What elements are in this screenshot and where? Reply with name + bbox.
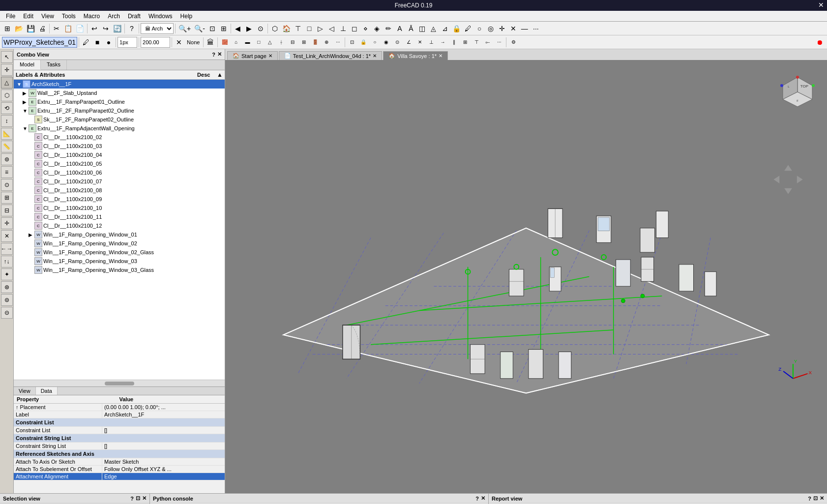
- tb-arch-more[interactable]: ···: [332, 37, 343, 48]
- tb-snap-mid[interactable]: ◉: [381, 37, 391, 48]
- prop-row-selected[interactable]: Attachment Alignment Edge: [14, 473, 225, 480]
- lt-select[interactable]: ↖: [1, 51, 13, 63]
- doc-tab-villa[interactable]: 🏠 Villa Savoye : 1* ✕: [383, 51, 448, 60]
- tb-x[interactable]: ✕: [508, 23, 519, 34]
- tb-arch-wn[interactable]: ⊞: [298, 37, 309, 48]
- menu-file[interactable]: File: [2, 12, 19, 21]
- tb-refresh[interactable]: 🔄: [112, 23, 123, 34]
- tb-paste[interactable]: 📄: [74, 23, 86, 34]
- tb-ae[interactable]: ⊿: [440, 23, 450, 34]
- viewport[interactable]: 🏠 Start page ✕ 📄 Test_Link_ArchWindow_04…: [225, 49, 827, 493]
- tb-pen2[interactable]: 🖊: [81, 37, 91, 48]
- menu-macro[interactable]: Macro: [80, 12, 104, 21]
- tb-save[interactable]: 💾: [25, 23, 36, 34]
- tb-rect[interactable]: ■: [92, 37, 103, 48]
- test-tab-close[interactable]: ✕: [373, 53, 377, 59]
- tree-item[interactable]: CCl__Dr__1100x2100_12: [14, 221, 225, 230]
- tb-snap-prp[interactable]: ⊥: [426, 37, 437, 48]
- tree-item[interactable]: CCl__Dr__1100x2100_06: [14, 168, 225, 177]
- tb-tool-more[interactable]: ⚙: [508, 37, 519, 48]
- lt-ud[interactable]: ↑↓: [1, 256, 13, 267]
- lt-star[interactable]: ✦: [1, 268, 13, 280]
- lt-circ[interactable]: ⊚: [1, 153, 13, 165]
- menu-tools[interactable]: Tools: [58, 12, 80, 21]
- tb-undo[interactable]: ↩: [89, 23, 100, 34]
- tb-view-right[interactable]: ▷: [315, 23, 326, 34]
- tb-arch-st[interactable]: ⟊: [276, 37, 287, 48]
- selection-min-icon[interactable]: ⊡: [136, 495, 140, 502]
- tb-copy[interactable]: 📋: [62, 23, 74, 34]
- workbench-dropdown[interactable]: 🏛 Arch: [141, 23, 174, 34]
- tb-nav-back[interactable]: ◀: [233, 23, 243, 34]
- tb-snap-wk[interactable]: ⟜: [482, 37, 493, 48]
- close-icon[interactable]: ✕: [818, 1, 824, 9]
- menu-draft[interactable]: Draft: [124, 12, 145, 21]
- lt-snap[interactable]: ⬡: [1, 89, 13, 101]
- tb-fit-all[interactable]: ⊞: [218, 23, 229, 34]
- tb-ab[interactable]: Ā: [406, 23, 416, 34]
- tb-snap-dim[interactable]: ⊤: [471, 37, 482, 48]
- line-width-input[interactable]: [118, 37, 137, 48]
- tb-arch2[interactable]: 🏛: [205, 37, 216, 48]
- tree-item[interactable]: CCl__Dr__1100x2100_05: [14, 159, 225, 168]
- lt-rotate[interactable]: △: [1, 77, 13, 89]
- tb-x2[interactable]: ✕: [174, 37, 184, 48]
- tb-arch-dr[interactable]: 🚪: [310, 37, 321, 48]
- lt-plus[interactable]: ⊞: [1, 192, 13, 204]
- tb-ac[interactable]: ◫: [417, 23, 428, 34]
- lt-dash[interactable]: ⊝: [1, 307, 13, 319]
- tb-zoom-out[interactable]: 🔍-: [193, 23, 207, 34]
- tab-model[interactable]: Model: [14, 60, 41, 70]
- tb-snap-ext[interactable]: →: [437, 37, 448, 48]
- tb-arch-str[interactable]: ⌂: [231, 37, 241, 48]
- tb-cut[interactable]: ✂: [51, 23, 62, 34]
- tb-snaps[interactable]: ⊡: [347, 37, 357, 48]
- lt-ring[interactable]: ⊜: [1, 294, 13, 306]
- tb-view-iso2[interactable]: ◈: [372, 23, 383, 34]
- tree-item[interactable]: CCl__Dr__1100x2100_04: [14, 150, 225, 159]
- lt-minus[interactable]: ⊟: [1, 205, 13, 216]
- tree-item[interactable]: CCl__Dr__1100x2100_02: [14, 133, 225, 142]
- tree-item[interactable]: S Sk__1F_2F_RampParapet02_Outline: [14, 115, 225, 124]
- tb-arch-rm[interactable]: □: [253, 37, 264, 48]
- tab-view[interactable]: View: [14, 387, 36, 395]
- menu-help[interactable]: Help: [177, 12, 197, 21]
- lt-gear[interactable]: ⊛: [1, 281, 13, 293]
- tb-open[interactable]: 📂: [13, 23, 25, 34]
- tb-snap-par[interactable]: ∥: [448, 37, 459, 48]
- combo-close-icon[interactable]: ✕: [217, 51, 222, 58]
- lt-arrow[interactable]: ⟲: [1, 102, 13, 114]
- doc-tab-test[interactable]: 📄 Test_Link_ArchWindow_04d : 1* ✕: [279, 51, 382, 60]
- tb-snap-ep[interactable]: ○: [369, 37, 380, 48]
- tb-dash[interactable]: —: [519, 23, 530, 34]
- report-close-icon[interactable]: ✕: [820, 495, 824, 502]
- tb-view-front[interactable]: □: [304, 23, 315, 34]
- tb-cross[interactable]: ✛: [497, 23, 507, 34]
- menu-edit[interactable]: Edit: [19, 12, 37, 21]
- lt-move[interactable]: ↕: [1, 115, 13, 127]
- menu-windows[interactable]: Windows: [145, 12, 177, 21]
- tree-item[interactable]: WWin__1F_Ramp_Opening_Window_03_Glass: [14, 266, 225, 274]
- tree-item[interactable]: WWin__1F_Ramp_Opening_Window_03: [14, 257, 225, 266]
- tb-view-home[interactable]: 🏠: [281, 23, 292, 34]
- selection-close-icon[interactable]: ✕: [142, 495, 147, 502]
- selection-help-icon[interactable]: ?: [130, 496, 134, 502]
- tree-item[interactable]: ▶ E Extru__1F_RampParapet01_Outline: [14, 97, 225, 106]
- tb-arch-wall[interactable]: 🧱: [219, 37, 230, 48]
- tb-3d-nav[interactable]: ⬡: [269, 23, 280, 34]
- report-help-icon[interactable]: ?: [808, 496, 811, 502]
- tb-snap-ang[interactable]: ∠: [403, 37, 414, 48]
- tb-pen[interactable]: 🖊: [463, 23, 473, 34]
- lt-sketch[interactable]: 📐: [1, 128, 13, 140]
- nav-cube[interactable]: TOP L F: [778, 75, 817, 114]
- tb-more2[interactable]: ···: [494, 37, 504, 48]
- tb-lock[interactable]: 🔒: [451, 23, 462, 34]
- tree-item[interactable]: CCl__Dr__1100x2100_08: [14, 186, 225, 195]
- tb-nav-fwd[interactable]: ▶: [244, 23, 255, 34]
- tb-view-bottom[interactable]: ⊥: [338, 23, 349, 34]
- tb-snap-int[interactable]: ✕: [414, 37, 425, 48]
- lt-dot[interactable]: ⊙: [1, 179, 13, 191]
- viewport-canvas[interactable]: X Y Z TOP L F: [225, 60, 827, 493]
- tree-item[interactable]: WWin__1F_Ramp_Opening_Window_02_Glass: [14, 248, 225, 257]
- tb-view-iso1[interactable]: ⋄: [360, 23, 371, 34]
